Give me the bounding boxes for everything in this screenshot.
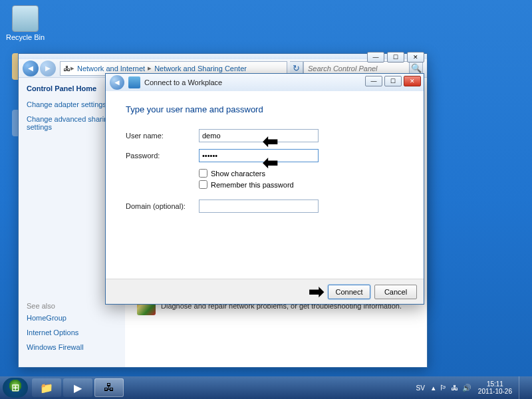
cancel-button[interactable]: Cancel: [374, 285, 417, 299]
dialog-title: Connect to a Workplace: [144, 78, 222, 86]
dialog-heading: Type your user name and password: [126, 104, 404, 114]
windows-firewall-link[interactable]: Windows Firewall: [27, 343, 84, 351]
maximize-button[interactable]: ☐: [387, 52, 404, 63]
nav-forward-button[interactable]: ►: [40, 61, 56, 76]
desktop-icon-recycle-bin[interactable]: Recycle Bin: [5, 5, 45, 41]
close-button[interactable]: ✕: [407, 52, 424, 63]
remember-password-checkbox[interactable]: [199, 180, 207, 189]
clock-time: 15:11: [478, 380, 512, 388]
tray-volume-icon[interactable]: 🔊: [462, 384, 471, 392]
breadcrumb-seg-2[interactable]: Network and Sharing Center: [152, 65, 249, 72]
taskbar-media-button[interactable]: ▶: [63, 378, 92, 397]
recycle-bin-icon: [12, 5, 39, 32]
username-input[interactable]: [199, 129, 319, 142]
recycle-bin-label: Recycle Bin: [5, 33, 45, 41]
dialog-minimize-button[interactable]: —: [365, 76, 382, 86]
workplace-icon: [128, 76, 140, 88]
taskbar: 📁 ▶ 🖧 SV ▴ 🏳 🖧 🔊 15:11 2011-10-26: [0, 376, 532, 399]
control-panel-home-link[interactable]: Control Panel Home: [27, 84, 117, 92]
tray-network-icon[interactable]: 🖧: [451, 384, 458, 392]
tray-show-hidden-icon[interactable]: ▴: [432, 384, 436, 392]
password-label: Password:: [126, 152, 199, 160]
tray-action-center-icon[interactable]: 🏳: [440, 384, 447, 392]
window-controls: — ☐ ✕: [367, 52, 424, 63]
dialog-title-bar[interactable]: ◄ Connect to a Workplace — ☐ ✕: [106, 74, 424, 91]
password-input[interactable]: [199, 149, 319, 162]
address-icon: 🖧: [63, 65, 70, 72]
clock-date: 2011-10-26: [478, 388, 512, 395]
system-tray: SV ▴ 🏳 🖧 🔊 15:11 2011-10-26: [416, 376, 530, 399]
minimize-button[interactable]: —: [367, 52, 384, 63]
show-characters-label: Show characters: [211, 170, 265, 178]
show-desktop-button[interactable]: [519, 376, 525, 399]
title-bar[interactable]: [19, 54, 427, 59]
internet-options-link[interactable]: Internet Options: [27, 329, 84, 336]
change-advanced-sharing-link[interactable]: Change advanced sharing settings: [27, 115, 117, 131]
dialog-body: Type your user name and password User na…: [106, 91, 424, 279]
connect-workplace-dialog: ◄ Connect to a Workplace — ☐ ✕ Type your…: [105, 73, 424, 305]
breadcrumb-seg-1[interactable]: Network and Internet: [74, 65, 148, 72]
see-also-header: See also: [27, 302, 84, 310]
nav-back-button[interactable]: ◄: [23, 61, 39, 76]
change-adapter-settings-link[interactable]: Change adapter settings: [27, 100, 117, 108]
domain-label: Domain (optional):: [126, 202, 199, 210]
dialog-close-button[interactable]: ✕: [404, 76, 421, 86]
dialog-maximize-button[interactable]: ☐: [384, 76, 402, 86]
domain-input[interactable]: [199, 200, 319, 213]
taskbar-explorer-button[interactable]: 📁: [32, 378, 61, 397]
taskbar-control-panel-button[interactable]: 🖧: [94, 378, 124, 397]
clock[interactable]: 15:11 2011-10-26: [478, 380, 512, 395]
username-label: User name:: [126, 132, 199, 140]
homegroup-link[interactable]: HomeGroup: [27, 314, 84, 322]
dialog-footer: Connect Cancel: [106, 279, 424, 304]
connect-button[interactable]: Connect: [328, 285, 370, 299]
start-button[interactable]: [3, 378, 28, 398]
remember-password-label: Remember this password: [211, 181, 294, 189]
language-indicator[interactable]: SV: [416, 384, 425, 392]
show-characters-checkbox[interactable]: [199, 169, 207, 178]
dialog-back-button[interactable]: ◄: [110, 75, 124, 90]
